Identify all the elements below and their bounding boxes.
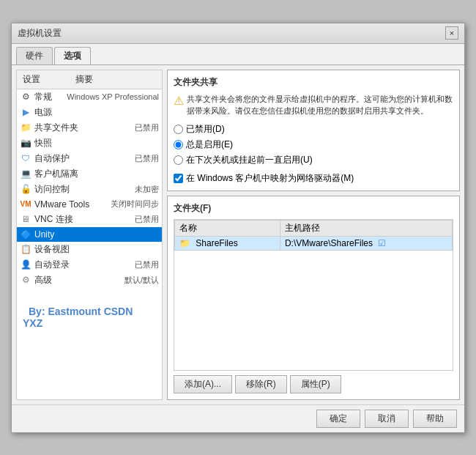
sidebar-value-shared-folder: 已禁用 [135, 122, 159, 133]
sidebar-value-vnc: 已禁用 [135, 214, 159, 225]
virtual-machine-settings-dialog: 虚拟机设置 × 硬件 选项 设置 摘要 ⚙ 常规 Windows XP Prof… [11, 23, 465, 433]
content-area: 设置 摘要 ⚙ 常规 Windows XP Professional ▶ 电源 … [12, 65, 464, 404]
sharing-options: 已禁用(D) 总是启用(E) 在下次关机或挂起前一直启用(U) [174, 123, 453, 166]
sidebar-value-auto-login: 已禁用 [135, 259, 159, 270]
sidebar-value-general: Windows XP Professional [67, 92, 159, 101]
close-button[interactable]: × [445, 26, 458, 40]
add-button[interactable]: 添加(A)... [174, 375, 232, 393]
file-sharing-title: 文件夹共享 [174, 76, 453, 89]
option-disabled-label: 已禁用(D) [186, 123, 225, 136]
sidebar-item-access-control[interactable]: 🔓 访问控制 未加密 [17, 182, 162, 197]
map-checkbox-item[interactable]: 在 Windows 客户机中映射为网络驱动器(M) [174, 172, 453, 185]
sidebar-label-snapshot: 快照 [34, 137, 159, 149]
folder-name: ShareFiles [196, 238, 237, 248]
right-panel: 文件夹共享 ⚠ 共享文件夹会将您的文件显示给虚拟机中的程序。这可能为您的计算机和… [167, 70, 460, 400]
gear-icon: ⚙ [20, 91, 31, 103]
folders-section: 文件夹(F) 名称 主机路径 📁 [167, 196, 460, 400]
option-always-label: 总是启用(E) [186, 138, 233, 151]
sidebar-item-general[interactable]: ⚙ 常规 Windows XP Professional [17, 89, 162, 105]
shared-folder-icon: 📁 [20, 122, 31, 133]
title-bar: 虚拟机设置 × [12, 23, 464, 44]
folder-buttons: 添加(A)... 移除(R) 属性(P) [174, 375, 453, 393]
shield-icon: 🛡 [20, 152, 31, 164]
tab-options[interactable]: 选项 [54, 47, 91, 64]
sidebar-label-access-control: 访问控制 [34, 183, 135, 196]
folders-section-title: 文件夹(F) [174, 202, 453, 215]
folder-row-icon: 📁 [179, 238, 190, 248]
option-until-shutdown-label: 在下次关机或挂起前一直启用(U) [186, 154, 313, 166]
sidebar-label-auto-protect: 自动保护 [34, 152, 135, 165]
option-until-shutdown[interactable]: 在下次关机或挂起前一直启用(U) [174, 154, 453, 166]
sidebar-item-device-view[interactable]: 📋 设备视图 [17, 242, 162, 257]
sidebar-item-vmware-tools[interactable]: VM VMware Tools 关闭时间同步 [17, 197, 162, 212]
warning-icon: ⚠ [174, 94, 184, 108]
sidebar-label-guest-isolation: 客户机隔离 [34, 168, 159, 180]
folder-path-cell: D:\VMware\ShareFiles ☑ [280, 236, 452, 250]
warning-text: 共享文件夹会将您的文件显示给虚拟机中的程序。这可能为您的计算机和数据带来风险。请… [187, 93, 453, 117]
dialog-title: 虚拟机设置 [18, 27, 62, 40]
folders-table-container: 名称 主机路径 📁 ShareFiles D [174, 219, 453, 371]
cancel-button[interactable]: 取消 [365, 410, 409, 428]
folder-path: D:\VMware\ShareFiles [285, 238, 373, 248]
sidebar-item-unity[interactable]: 🔷 Unity [17, 227, 162, 242]
radio-disabled[interactable] [174, 125, 183, 134]
sidebar-item-advanced[interactable]: ⚙ 高级 默认/默认 [17, 273, 162, 288]
sidebar-label-unity: Unity [34, 229, 159, 240]
sidebar-item-vnc[interactable]: 🖥 VNC 连接 已禁用 [17, 212, 162, 227]
auto-login-icon: 👤 [20, 259, 31, 270]
sidebar-label-shared-folder: 共享文件夹 [34, 122, 135, 134]
power-icon: ▶ [20, 106, 31, 118]
tab-hardware[interactable]: 硬件 [16, 47, 53, 64]
isolation-icon: 💻 [20, 168, 31, 180]
map-checkbox-label: 在 Windows 客户机中映射为网络驱动器(M) [186, 172, 354, 185]
unity-icon: 🔷 [20, 229, 31, 240]
header-settings: 设置 [20, 72, 43, 87]
sidebar-item-snapshot[interactable]: 📷 快照 [17, 136, 162, 151]
sidebar-label-general: 常规 [34, 91, 67, 103]
file-sharing-section: 文件夹共享 ⚠ 共享文件夹会将您的文件显示给虚拟机中的程序。这可能为您的计算机和… [167, 70, 460, 191]
radio-always[interactable] [174, 140, 183, 149]
watermark-text: By: Eastmount CSDN YXZ [23, 303, 133, 332]
watermark-area: By: Eastmount CSDN YXZ [17, 303, 162, 332]
sidebar-label-auto-login: 自动登录 [34, 259, 135, 271]
sidebar-label-power: 电源 [34, 106, 159, 119]
ok-button[interactable]: 确定 [316, 410, 360, 428]
sidebar-value-vmware-tools: 关闭时间同步 [111, 199, 159, 210]
left-panel: 设置 摘要 ⚙ 常规 Windows XP Professional ▶ 电源 … [16, 70, 163, 400]
folders-table: 名称 主机路径 📁 ShareFiles D [174, 220, 453, 251]
sidebar-item-power[interactable]: ▶ 电源 [17, 105, 162, 120]
sidebar-item-shared-folder[interactable]: 📁 共享文件夹 已禁用 [17, 120, 162, 136]
remove-button[interactable]: 移除(R) [235, 375, 287, 393]
sidebar-label-vnc: VNC 连接 [34, 213, 135, 226]
sidebar-value-advanced: 默认/默认 [124, 275, 159, 286]
option-always[interactable]: 总是启用(E) [174, 138, 453, 151]
sidebar-item-auto-login[interactable]: 👤 自动登录 已禁用 [17, 257, 162, 273]
vmware-icon: VM [20, 199, 31, 210]
sidebar-label-vmware-tools: VMware Tools [34, 199, 111, 210]
radio-until-shutdown[interactable] [174, 155, 183, 165]
sidebar-value-access-control: 未加密 [135, 184, 159, 195]
sidebar-item-guest-isolation[interactable]: 💻 客户机隔离 [17, 166, 162, 182]
vnc-icon: 🖥 [20, 213, 31, 225]
device-view-icon: 📋 [20, 243, 31, 255]
bottom-bar: 确定 取消 帮助 [12, 404, 464, 432]
map-checkbox[interactable] [174, 174, 183, 183]
properties-button[interactable]: 属性(P) [290, 375, 341, 393]
sidebar-item-auto-protect[interactable]: 🛡 自动保护 已禁用 [17, 151, 162, 166]
tab-bar: 硬件 选项 [12, 44, 464, 65]
table-row[interactable]: 📁 ShareFiles D:\VMware\ShareFiles ☑ [175, 236, 453, 250]
advanced-icon: ⚙ [20, 274, 31, 286]
lock-icon: 🔓 [20, 183, 31, 195]
option-disabled[interactable]: 已禁用(D) [174, 123, 453, 136]
folder-enabled-icon: ☑ [378, 238, 386, 248]
help-button[interactable]: 帮助 [413, 410, 457, 428]
sidebar-label-device-view: 设备视图 [34, 243, 159, 256]
camera-icon: 📷 [20, 137, 31, 149]
sidebar-value-auto-protect: 已禁用 [135, 153, 159, 164]
header-summary: 摘要 [72, 72, 96, 87]
sidebar-label-advanced: 高级 [34, 274, 124, 286]
left-panel-header: 设置 摘要 [17, 70, 162, 89]
folder-name-cell: 📁 ShareFiles [175, 236, 280, 250]
col-path: 主机路径 [280, 220, 452, 236]
col-name: 名称 [175, 220, 280, 236]
